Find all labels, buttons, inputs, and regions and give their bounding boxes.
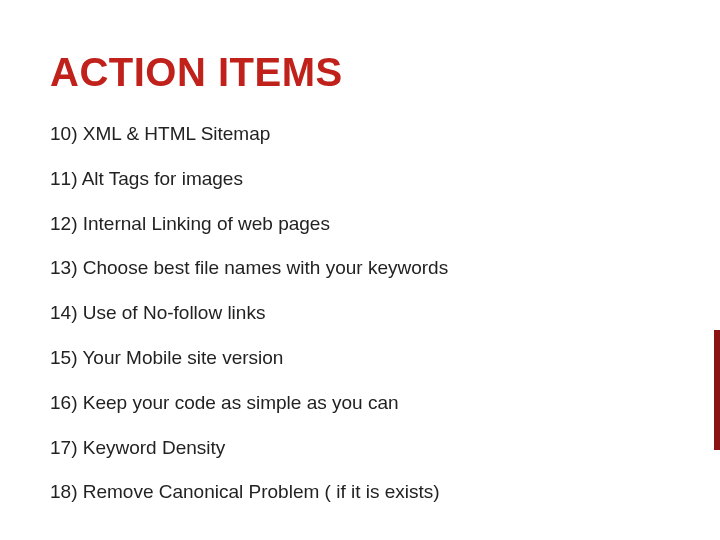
slide-title: ACTION ITEMS [50, 50, 670, 95]
list-item: 11) Alt Tags for images [50, 168, 670, 191]
list-item: 13) Choose best file names with your key… [50, 257, 670, 280]
list-item: 14) Use of No-follow links [50, 302, 670, 325]
list-item: 17) Keyword Density [50, 437, 670, 460]
list-item: 10) XML & HTML Sitemap [50, 123, 670, 146]
list-item: 15) Your Mobile site version [50, 347, 670, 370]
slide: ACTION ITEMS 10) XML & HTML Sitemap 11) … [0, 0, 720, 540]
list-item: 12) Internal Linking of web pages [50, 213, 670, 236]
action-items-list: 10) XML & HTML Sitemap 11) Alt Tags for … [50, 123, 670, 504]
accent-bar [714, 330, 720, 450]
list-item: 18) Remove Canonical Problem ( if it is … [50, 481, 670, 504]
list-item: 16) Keep your code as simple as you can [50, 392, 670, 415]
